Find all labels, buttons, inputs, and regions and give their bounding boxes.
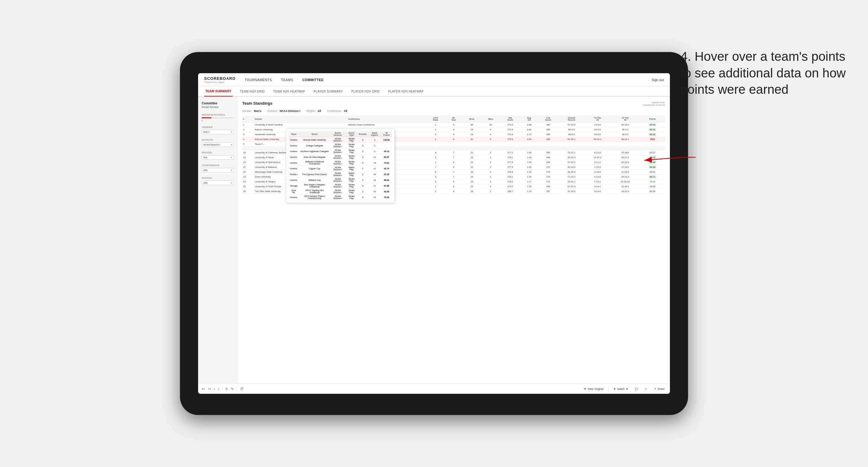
cell-record: 87-25-1 bbox=[559, 137, 585, 142]
sidebar-select-school[interactable]: (All) bbox=[202, 181, 234, 185]
cell-low-score: 271 bbox=[538, 179, 559, 184]
tooltip-cell-team: Univers. bbox=[288, 154, 299, 160]
tooltip-cell-div: NCAA Division I bbox=[330, 177, 345, 183]
cell-adj-score: 279.3 bbox=[500, 184, 521, 189]
sidebar-select-division[interactable]: NCAA Division I bbox=[202, 143, 234, 147]
cell-rank: 19 bbox=[242, 155, 254, 160]
sign-out-button[interactable]: Sign out bbox=[652, 78, 664, 82]
cell-avg-sg: 1.50 bbox=[521, 160, 538, 165]
cell-conf-rank bbox=[426, 142, 445, 147]
cell-points: 83.89 bbox=[640, 184, 665, 189]
main-content: Committee Portal Review Minimum Rounds 5… bbox=[198, 97, 670, 383]
copy-icon[interactable]: ⎘ bbox=[226, 387, 228, 391]
edit-icon[interactable]: ✎ bbox=[231, 387, 234, 391]
watch-button[interactable]: 👁 Watch ▼ bbox=[612, 387, 630, 391]
tooltip-row: Florida I The Cypress Point Classic NCAA… bbox=[288, 172, 392, 177]
points-value: 80.94 bbox=[650, 190, 655, 193]
subnav-player-summary[interactable]: PLAYER SUMMARY bbox=[312, 86, 344, 96]
cell-avg-sg: 2.86 bbox=[521, 123, 538, 127]
tooltip-col-wpoints: W Points bbox=[381, 131, 392, 137]
nav-teams[interactable]: TEAMS bbox=[281, 77, 293, 83]
clock-icon[interactable]: ⏱ bbox=[240, 387, 244, 391]
col-points: Points bbox=[640, 116, 665, 123]
cell-points: 79.5 bbox=[640, 137, 665, 142]
col-school: School bbox=[254, 116, 347, 123]
cell-low-score: 269 bbox=[538, 184, 559, 189]
tooltip-cell-type: Match Play bbox=[345, 166, 358, 172]
sidebar-select-gender[interactable]: Men's bbox=[202, 130, 234, 134]
cell-vs25: 4-13-0 bbox=[585, 175, 611, 179]
tooltip-cell-rounds: 2 bbox=[358, 189, 368, 194]
sub-nav: TEAM SUMMARY TEAM H2H GRID TEAM H2H HEAT… bbox=[198, 87, 670, 97]
tooltip-cell-wpoints: 74.81 bbox=[381, 160, 392, 166]
expand-button[interactable]: ⤢ bbox=[643, 387, 649, 391]
col-adj-score: Adj.Score bbox=[500, 116, 521, 123]
subnav-team-h2h-heatmap[interactable]: TEAM H2H HEATMAP bbox=[272, 86, 306, 96]
cell-rank: 22 bbox=[242, 170, 254, 175]
table-row[interactable]: 1 University of North Carolina Atlantic … bbox=[242, 123, 665, 127]
subnav-player-h2h-heatmap[interactable]: PLAYER H2H HEATMAP bbox=[387, 86, 425, 96]
cell-conf-rank: 3 bbox=[426, 155, 445, 160]
points-value: 83.81 bbox=[650, 170, 655, 173]
cell-low-score: 272 bbox=[538, 165, 559, 170]
points-value: 83.89 bbox=[650, 185, 655, 188]
nav-tournaments[interactable]: TOURNAMENTS bbox=[245, 77, 272, 83]
filter-division: Division: NCAA Division I bbox=[268, 110, 300, 113]
tooltip-cell-impact: +0 bbox=[368, 194, 381, 200]
redo-icon[interactable]: ↪ bbox=[208, 387, 211, 391]
sidebar-title: Committee bbox=[202, 102, 234, 105]
cell-avg-sg: 1.17 bbox=[521, 179, 538, 184]
comment-button[interactable]: 💬 bbox=[633, 387, 640, 391]
cell-rank: 26 bbox=[242, 189, 254, 194]
tablet-device: SCOREBOARD Powered by clippd TOURNAMENTS… bbox=[180, 52, 688, 415]
tooltip-row: Univers. Amer Ari Intercollegiate NCAA D… bbox=[288, 154, 392, 160]
cell-points: 97.02 bbox=[640, 123, 665, 127]
col-conf-rank: ConfRank bbox=[426, 116, 445, 123]
points-value: 88.71 bbox=[649, 175, 656, 179]
filter-label-gender: Gender: bbox=[242, 110, 252, 113]
cell-conference: Atlantic Coast Conference bbox=[347, 123, 426, 127]
sidebar-section-region: Region N/A bbox=[202, 151, 234, 160]
tooltip-row: Georgia Ben Hogan Collegiate Invitationa… bbox=[288, 183, 392, 189]
undo-icon[interactable]: ↩ bbox=[202, 387, 205, 391]
tooltip-cell-div: NCAA Division I bbox=[330, 149, 345, 154]
cell-school[interactable]: University of North Carolina bbox=[254, 123, 347, 127]
sidebar-select-wrap-school: (All) bbox=[202, 181, 234, 185]
view-original-button[interactable]: 👁 View: Original bbox=[582, 387, 605, 391]
subnav-player-h2h-grid[interactable]: PLAYER H2H GRID bbox=[350, 86, 381, 96]
tooltip-col-div: Event Division bbox=[330, 131, 345, 137]
cell-record: 86-4-0 bbox=[559, 127, 585, 132]
cell-points: 93.31 bbox=[640, 127, 665, 132]
cell-record: 42-31-3 bbox=[559, 155, 585, 160]
filter-gender: Gender: Men's bbox=[242, 110, 261, 113]
cell-rnds: 21 bbox=[462, 150, 481, 155]
tooltip-cell-wpoints: 21.29 bbox=[381, 172, 392, 177]
cell-wins: 1 bbox=[482, 189, 500, 194]
tooltip-cell-type: Stroke Play bbox=[345, 154, 358, 160]
cell-adj-score: 272.6 bbox=[500, 132, 521, 137]
tooltip-cell-div: NCAA Division I bbox=[330, 137, 345, 143]
tooltip-cell-wpoints: 43.45 bbox=[381, 189, 392, 194]
cell-vs25: 3-14-1 bbox=[585, 184, 611, 189]
cell-wins: 2 bbox=[482, 150, 500, 155]
tooltip-cell-team: Univers. bbox=[288, 137, 299, 143]
nav-committee[interactable]: COMMITTEE bbox=[303, 77, 324, 83]
tooltip-cell-team: Univers. bbox=[288, 177, 299, 183]
sidebar-select-region[interactable]: N/A bbox=[202, 155, 234, 160]
sidebar-select-conference[interactable]: (All) bbox=[202, 168, 234, 173]
back-icon[interactable]: ‹ bbox=[214, 387, 215, 391]
cell-wins: 0 bbox=[482, 155, 500, 160]
subnav-team-h2h-grid[interactable]: TEAM H2H GRID bbox=[239, 86, 266, 96]
cell-vs50: 50-10-0 bbox=[611, 123, 640, 127]
cell-low-score: 260 bbox=[538, 127, 559, 132]
share-button[interactable]: ↗ Share bbox=[652, 387, 666, 391]
cell-vs50: 35-4-0 bbox=[611, 127, 640, 132]
subnav-team-summary[interactable]: TEAM SUMMARY bbox=[204, 86, 232, 96]
tooltip-cell-impact: +0 bbox=[368, 189, 381, 194]
cell-conf-rank: 1 bbox=[426, 184, 445, 189]
forward-icon[interactable]: › bbox=[218, 387, 219, 391]
tooltip-cell-team: Univers. bbox=[288, 166, 299, 172]
filter-value-region: All bbox=[317, 110, 321, 113]
cell-adj-score: 277.6 bbox=[500, 160, 521, 165]
cell-rank: 4 bbox=[242, 137, 254, 142]
